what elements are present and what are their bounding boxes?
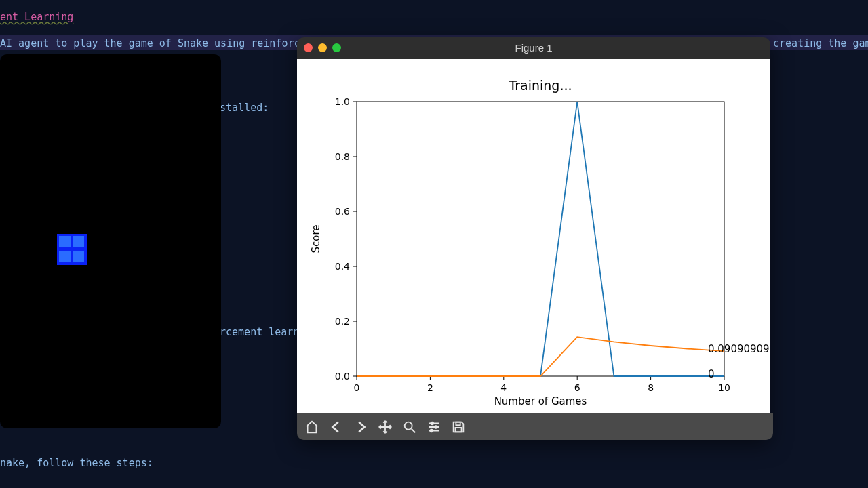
steps-text: nake, follow these steps: xyxy=(0,457,153,469)
svg-text:0.8: 0.8 xyxy=(335,151,350,162)
svg-rect-34 xyxy=(456,422,460,425)
svg-point-32 xyxy=(435,426,437,428)
svg-rect-35 xyxy=(455,427,461,431)
svg-text:8: 8 xyxy=(648,382,654,393)
svg-text:0.6: 0.6 xyxy=(335,206,350,217)
svg-text:4: 4 xyxy=(500,382,507,393)
svg-text:0.4: 0.4 xyxy=(335,261,350,272)
svg-text:0.2: 0.2 xyxy=(335,316,350,327)
desc-text-left: AI agent to play the game of Snake using… xyxy=(0,37,343,49)
svg-text:0: 0 xyxy=(708,368,715,380)
svg-point-31 xyxy=(431,422,433,424)
svg-text:Score: Score xyxy=(310,224,322,253)
window-titlebar[interactable]: Figure 1 xyxy=(297,37,770,59)
back-button[interactable] xyxy=(324,415,349,439)
figure-window: Figure 1 Training...0.00.20.40.60.81.002… xyxy=(297,37,770,440)
save-button[interactable] xyxy=(446,415,471,439)
desc-text-right: creating the game e xyxy=(773,37,868,49)
svg-text:Number of Games: Number of Games xyxy=(494,395,587,407)
snake-sprite xyxy=(57,234,87,265)
svg-text:6: 6 xyxy=(574,382,580,393)
configure-button[interactable] xyxy=(422,415,446,439)
svg-text:0: 0 xyxy=(354,382,360,393)
svg-text:2: 2 xyxy=(427,382,433,393)
plot-canvas: Training...0.00.20.40.60.81.00246810Scor… xyxy=(297,59,770,413)
svg-text:Training...: Training... xyxy=(508,78,572,93)
zoom-button[interactable] xyxy=(397,415,422,439)
plot-toolbar xyxy=(297,413,773,440)
installed-text: stalled: xyxy=(220,102,269,114)
svg-text:0.0: 0.0 xyxy=(335,371,350,382)
svg-text:0.09090909: 0.09090909 xyxy=(708,343,770,355)
forward-button[interactable] xyxy=(349,415,373,439)
window-title: Figure 1 xyxy=(297,42,770,54)
heading-link: ent Learning xyxy=(0,11,73,23)
svg-point-33 xyxy=(431,429,433,432)
svg-text:1.0: 1.0 xyxy=(335,96,350,107)
svg-text:10: 10 xyxy=(718,382,730,393)
pan-button[interactable] xyxy=(373,415,397,439)
game-window xyxy=(0,54,221,428)
home-button[interactable] xyxy=(300,415,324,439)
svg-point-30 xyxy=(405,422,412,429)
svg-rect-1 xyxy=(357,102,724,376)
